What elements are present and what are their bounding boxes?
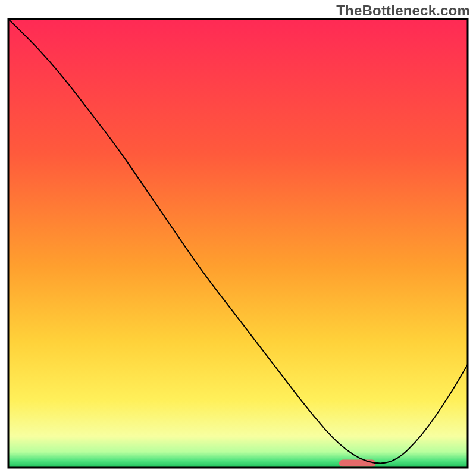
optimal-range-marker [339, 459, 376, 466]
gradient-background [8, 19, 468, 468]
chart-container: TheBottleneck.com [0, 0, 476, 476]
plot-area [8, 19, 468, 468]
bottleneck-chart [0, 0, 476, 476]
watermark-text: TheBottleneck.com [336, 2, 470, 19]
